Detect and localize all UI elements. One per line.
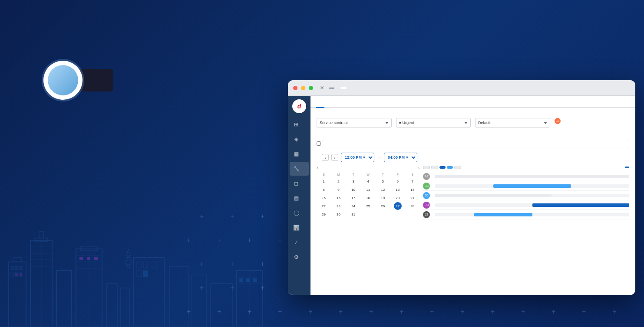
- accounts-icon: ◯: [293, 210, 299, 216]
- time-slot-1[interactable]: [423, 166, 430, 169]
- staff-row-jenny: JS: [423, 210, 629, 219]
- staff-row-bailey: BS: [423, 181, 629, 191]
- time-slot-5[interactable]: [454, 166, 461, 169]
- window-close-button[interactable]: [293, 86, 297, 90]
- sidebar-item-todo[interactable]: ✓: [290, 235, 309, 249]
- time-range-separator: →: [377, 155, 381, 160]
- checklist-add-input[interactable]: [323, 139, 629, 148]
- cal-day-11[interactable]: 11: [364, 186, 372, 193]
- time-slot-4[interactable]: [447, 166, 453, 169]
- date-next-arrow[interactable]: ›: [331, 154, 338, 161]
- tab-work-summary[interactable]: [324, 104, 333, 108]
- contract-row: Service contract ● Urgent Default: [317, 117, 629, 128]
- cal-header-thu: T: [376, 172, 390, 177]
- brand-text-wrap: [78, 69, 113, 92]
- staff-bar-jenny: [435, 213, 629, 216]
- close-icon[interactable]: ✕: [320, 85, 324, 91]
- cal-prev-arrow[interactable]: ‹: [317, 166, 318, 170]
- sidebar-item-projects[interactable]: ▦: [290, 147, 309, 161]
- sidebar-item-catalog[interactable]: ▤: [290, 191, 309, 205]
- time-slot-2[interactable]: [431, 166, 438, 169]
- cal-day-17[interactable]: 17: [350, 194, 357, 202]
- cal-day-3[interactable]: 3: [350, 177, 357, 185]
- svg-rect-37: [169, 266, 189, 327]
- time-slots-row: [423, 166, 629, 169]
- time-to-select[interactable]: 04:00 PM ▾: [384, 153, 417, 162]
- service-contract-select[interactable]: Service contract: [317, 118, 392, 128]
- open-button[interactable]: [340, 87, 347, 89]
- cal-day-24[interactable]: 24: [350, 202, 357, 210]
- catalog-icon: ▤: [293, 195, 299, 201]
- tabs-bar: [310, 96, 635, 108]
- staff-bar-david: [435, 203, 629, 207]
- cal-day-empty2: [379, 210, 387, 218]
- cal-day-empty3: [394, 210, 402, 218]
- sidebar-item-accounts[interactable]: ◯: [290, 206, 309, 220]
- cal-day-31[interactable]: 31: [350, 210, 357, 218]
- svg-marker-34: [126, 249, 131, 258]
- sidebar-item-settings[interactable]: ⚙: [290, 250, 309, 264]
- app-titlebar: ✕: [288, 80, 635, 96]
- sidebar: d ⊞ ◈ ▦ 🔧 ◻ ▤ ◯ 📊: [288, 96, 310, 295]
- cal-day-2[interactable]: 2: [335, 177, 343, 185]
- cal-day-10[interactable]: 10: [350, 186, 357, 193]
- checklist-checkbox[interactable]: [317, 141, 321, 146]
- svg-rect-31: [152, 262, 156, 268]
- cal-header-tue: T: [346, 172, 360, 177]
- cal-day-22[interactable]: 22: [320, 202, 328, 210]
- logo-area: [43, 61, 287, 100]
- cal-day-9[interactable]: 9: [335, 186, 343, 193]
- priority-col: ● Urgent: [396, 117, 471, 128]
- priority-select[interactable]: ● Urgent: [396, 118, 471, 128]
- cal-next-arrow[interactable]: ›: [418, 166, 419, 170]
- svg-rect-45: [246, 278, 250, 282]
- date-prev-arrow[interactable]: ‹: [322, 154, 329, 161]
- cal-day-29[interactable]: 29: [320, 210, 328, 218]
- cal-day-6[interactable]: 6: [394, 177, 402, 185]
- cal-day-5[interactable]: 5: [379, 177, 387, 185]
- sidebar-item-dashboard[interactable]: ⊞: [290, 118, 309, 131]
- schedule-body: ‹ › S M T W T F: [317, 166, 629, 219]
- tab-attachments[interactable]: [342, 104, 350, 108]
- cal-day-28[interactable]: 28: [409, 202, 416, 210]
- cal-day-7[interactable]: 7: [409, 177, 416, 185]
- window-maximize-button[interactable]: [309, 86, 313, 90]
- checklist-section: [317, 132, 629, 148]
- cal-day-14[interactable]: 14: [409, 186, 416, 193]
- cal-day-4[interactable]: 4: [364, 177, 372, 185]
- svg-rect-1: [13, 258, 22, 262]
- cal-day-20[interactable]: 20: [394, 194, 402, 202]
- cal-day-21[interactable]: 21: [409, 194, 416, 202]
- calendar: ‹ › S M T W T F: [317, 166, 419, 219]
- cal-day-18[interactable]: 18: [364, 194, 372, 202]
- staff-bar-bailey: [435, 184, 629, 188]
- time-slot-3[interactable]: [439, 166, 446, 169]
- cal-day-1[interactable]: 1: [320, 177, 328, 185]
- sidebar-item-service[interactable]: 🔧: [290, 162, 309, 176]
- time-from-select[interactable]: 12:00 PM ▾: [341, 153, 374, 162]
- svg-rect-5: [11, 273, 13, 276]
- sidebar-item-orders[interactable]: ◻: [290, 177, 309, 190]
- app-mockup: ✕ d ⊞ ◈ ▦ 🔧 ◻: [288, 80, 635, 295]
- tab-service-history[interactable]: [333, 104, 342, 108]
- cal-day-15[interactable]: 15: [320, 194, 328, 202]
- logo-inner: [48, 65, 78, 95]
- orders-icon: ◻: [293, 180, 299, 186]
- cal-day-13[interactable]: 13: [394, 186, 402, 193]
- cal-day-8[interactable]: 8: [320, 186, 328, 193]
- tab-details[interactable]: [316, 104, 324, 108]
- left-content: [43, 61, 287, 113]
- cal-day-12[interactable]: 12: [379, 186, 387, 193]
- cal-day-19[interactable]: 19: [379, 194, 387, 202]
- cal-day-30[interactable]: 30: [335, 210, 343, 218]
- svg-rect-16: [56, 271, 72, 327]
- sidebar-item-reports[interactable]: 📊: [290, 221, 309, 235]
- fulfillment-select[interactable]: Default: [475, 118, 550, 128]
- cal-day-16[interactable]: 16: [335, 194, 343, 202]
- cal-day-27[interactable]: 27: [394, 202, 402, 210]
- cal-day-25[interactable]: 25: [364, 202, 372, 210]
- cal-day-26[interactable]: 26: [379, 202, 387, 210]
- window-minimize-button[interactable]: [301, 86, 305, 90]
- sidebar-item-opportunities[interactable]: ◈: [290, 132, 309, 146]
- cal-day-23[interactable]: 23: [335, 202, 343, 210]
